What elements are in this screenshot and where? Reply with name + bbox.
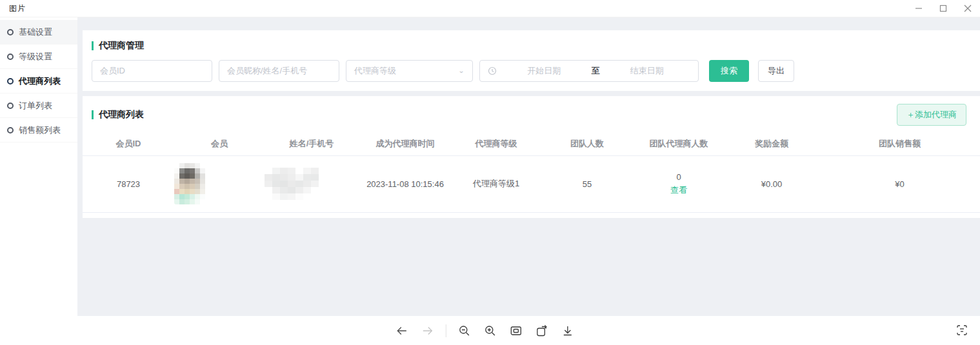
admin-app: 基础设置 等级设置 代理商列表 订单列表 销售额列表 [0,17,980,316]
ocr-scan-button[interactable] [952,320,972,340]
nickname-input[interactable]: 会员昵称/姓名/手机号 [219,60,339,82]
maximize-icon [939,5,947,12]
col-team-sales: 团队销售额 [819,132,980,155]
add-agent-button[interactable]: ＋添加代理商 [897,104,966,126]
sidebar-item-label: 等级设置 [19,51,52,63]
team-agent-count-value: 0 [634,172,724,182]
download-icon [561,324,574,337]
section-title-text: 代理商管理 [99,40,144,52]
zoom-in-button[interactable] [479,320,500,341]
photo-viewer-window: 图片 基础设置 等级设置 代理商列表 [0,0,980,345]
date-separator: 至 [588,65,604,77]
zoom-in-icon [483,324,496,337]
col-become-time: 成为代理商时间 [359,132,452,155]
rotate-icon [535,324,548,337]
cell-reward-amount: ¥0.00 [724,155,819,212]
search-form: 会员ID 会员昵称/姓名/手机号 代理商等级 ⌄ 开始日期 至 [92,60,971,82]
sidebar-item-label: 销售额列表 [19,124,61,136]
agent-list-card: 代理商列表 ＋添加代理商 会员ID 会员 姓名/手机号 成为代理 [83,96,980,218]
col-agent-level: 代理商等级 [452,132,541,155]
nickname-placeholder: 会员昵称/姓名/手机号 [227,65,307,77]
back-button[interactable] [391,320,412,341]
sidebar-item-basic-settings[interactable]: 基础设置 [0,20,77,44]
zoom-out-icon [457,324,470,337]
sidebar-item-label: 订单列表 [19,100,52,112]
radio-circle-icon [7,103,14,109]
blurred-name [265,168,359,200]
avatar [174,163,265,204]
export-button[interactable]: 导出 [758,60,794,82]
end-date-placeholder[interactable]: 结束日期 [604,65,691,77]
minimize-icon [915,5,923,12]
maximize-button[interactable] [931,0,955,17]
col-reward-amount: 奖励金额 [724,132,819,155]
minimize-button[interactable] [906,0,931,17]
cell-name-phone [265,155,359,212]
main-content: 代理商管理 会员ID 会员昵称/姓名/手机号 代理商等级 ⌄ [77,17,980,316]
col-member: 会员 [174,132,265,155]
fit-to-window-icon [509,324,522,337]
titlebar: 图片 [0,0,980,17]
cell-team-sales: ¥0 [819,155,980,212]
member-id-placeholder: 会员ID [100,65,125,77]
toolbar-divider [445,324,446,337]
table-header-row: 会员ID 会员 姓名/手机号 成为代理商时间 代理商等级 团队人数 团队代理商人… [83,132,980,155]
toolbar-icon-group [391,316,577,345]
search-button[interactable]: 搜索 [709,60,749,82]
sidebar-item-level-settings[interactable]: 等级设置 [0,44,77,69]
start-date-placeholder[interactable]: 开始日期 [501,65,588,77]
accent-bar [92,110,94,119]
col-member-id: 会员ID [83,132,174,155]
close-button[interactable] [955,0,980,17]
accent-bar [92,41,94,50]
sidebar-item-sales-list[interactable]: 销售额列表 [0,118,77,143]
table-card-header: 代理商列表 ＋添加代理商 [83,104,980,126]
chevron-down-icon: ⌄ [458,67,465,74]
col-name-phone: 姓名/手机号 [265,132,359,155]
date-range-picker[interactable]: 开始日期 至 结束日期 [479,60,699,82]
forward-button [417,320,437,341]
ocr-scan-icon [955,324,968,337]
cell-team-count: 55 [541,155,634,212]
col-team-agent-count: 团队代理商人数 [634,132,724,155]
radio-circle-icon [7,54,14,60]
cell-team-agent-count: 0 查看 [634,155,724,212]
cell-agent-level: 代理商等级1 [452,155,541,212]
sidebar-item-order-list[interactable]: 订单列表 [0,94,77,118]
sidebar-item-label: 基础设置 [19,26,52,38]
window-controls [906,0,980,17]
back-arrow-icon [395,324,408,337]
cell-member-id: 78723 [83,155,174,212]
section-title-agent-management: 代理商管理 [92,40,971,52]
cell-member-avatar [174,155,265,212]
viewer-toolbar [0,316,980,345]
view-link[interactable]: 查看 [670,184,687,196]
sidebar-item-agent-list[interactable]: 代理商列表 [0,69,77,94]
radio-circle-icon [7,29,14,35]
zoom-out-button[interactable] [454,320,474,341]
sidebar: 基础设置 等级设置 代理商列表 订单列表 销售额列表 [0,17,77,316]
save-button[interactable] [557,320,577,341]
cell-become-time: 2023-11-08 10:15:46 [359,155,452,212]
radio-circle-icon [7,78,14,84]
rotate-button[interactable] [531,320,552,341]
agent-management-card: 代理商管理 会员ID 会员昵称/姓名/手机号 代理商等级 ⌄ [83,30,980,91]
section-title-text: 代理商列表 [99,109,144,121]
section-title-agent-list: 代理商列表 [92,109,144,121]
clock-icon [488,66,497,75]
agent-level-select[interactable]: 代理商等级 ⌄ [346,60,473,82]
close-icon [964,5,972,12]
fit-to-window-button[interactable] [505,320,526,341]
sidebar-item-label: 代理商列表 [19,75,61,87]
forward-arrow-icon [421,324,434,337]
agent-level-placeholder: 代理商等级 [354,65,396,77]
table-row: 78723 2023-11-08 10:15:46 代理商等级1 55 [83,155,980,212]
radio-circle-icon [7,127,14,133]
window-title: 图片 [9,3,26,14]
agent-table: 会员ID 会员 姓名/手机号 成为代理商时间 代理商等级 团队人数 团队代理商人… [83,132,980,213]
member-id-input[interactable]: 会员ID [92,60,212,82]
col-team-count: 团队人数 [541,132,634,155]
